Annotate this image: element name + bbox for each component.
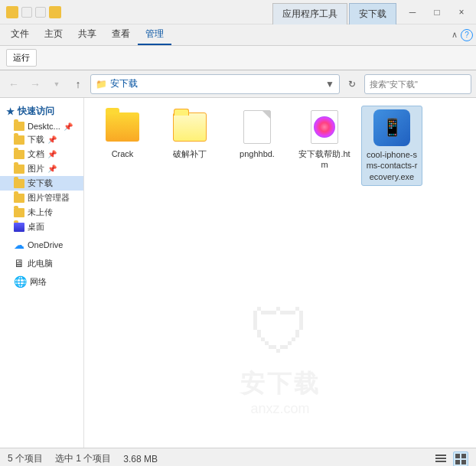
title-bar-left — [0, 6, 272, 18]
file-icon-exe — [373, 109, 410, 146]
sidebar-section-network: 🌐 网络 — [0, 274, 83, 289]
sidebar-header-quick-access[interactable]: ★ 快速访问 — [0, 103, 83, 120]
sidebar-item-onedrive[interactable]: ☁ OneDrive — [0, 237, 83, 253]
save-icon — [21, 7, 32, 18]
file-item-crack[interactable]: Crack — [92, 106, 153, 186]
minimize-button[interactable]: ─ — [401, 5, 424, 20]
exe-shape — [373, 109, 410, 146]
svg-rect-4 — [461, 454, 466, 458]
sidebar-item-desktop2[interactable]: 桌面 — [0, 220, 83, 234]
ribbon-tab-file[interactable]: 文件 — [3, 24, 37, 45]
file-grid: Crack 破解补丁 pnghhbd. — [92, 106, 468, 186]
network-icon: 🌐 — [14, 275, 27, 288]
file-item-patch[interactable]: 破解补丁 — [159, 106, 220, 186]
computer-icon: 🖥 — [14, 257, 24, 269]
file-label-htm: 安下载帮助.htm — [297, 148, 352, 171]
file-icon-pnghhbd — [239, 109, 275, 145]
sidebar-item-downloads[interactable]: 下载 📌 — [0, 132, 83, 147]
sidebar-item-documents[interactable]: 文档 📌 — [0, 147, 83, 161]
sidebar-item-pictures[interactable]: 图片 📌 — [0, 161, 83, 176]
search-input[interactable] — [370, 80, 475, 89]
file-item-pnghhbd[interactable]: pnghhbd. — [227, 106, 288, 186]
window-controls: ─ □ × — [398, 5, 476, 20]
svg-rect-3 — [455, 454, 460, 458]
file-label-patch: 破解补丁 — [173, 148, 207, 159]
undo-icon — [35, 7, 46, 18]
doc-shape — [243, 110, 271, 144]
folder-mini-icon — [49, 6, 61, 18]
search-box[interactable]: 🔍 — [364, 74, 471, 94]
file-icon-crack — [104, 109, 141, 145]
svg-rect-5 — [455, 460, 460, 464]
help-button[interactable]: ? — [461, 29, 473, 41]
status-size: 3.68 MB — [123, 454, 158, 464]
address-dropdown-btn[interactable]: ▼ — [325, 79, 334, 90]
svg-rect-2 — [435, 461, 446, 462]
ribbon-tab-manage[interactable]: 管理 — [138, 24, 171, 45]
pin-icon: 📌 — [47, 165, 57, 173]
ribbon-tab-view[interactable]: 查看 — [104, 24, 138, 45]
nav-back-button[interactable]: ← — [5, 75, 23, 93]
htm-icon-inner — [314, 116, 335, 138]
ribbon-tabs-row: 应用程序工具 安下载 — [272, 0, 398, 24]
close-button[interactable]: × — [450, 5, 473, 20]
view-icons-btn[interactable] — [453, 451, 468, 467]
ribbon-action-btn[interactable]: 运行 — [6, 49, 37, 67]
file-icon-htm — [306, 109, 343, 145]
svg-rect-6 — [461, 460, 466, 464]
sidebar-section-thispc: 🖥 此电脑 — [0, 256, 83, 271]
tab-application-tools[interactable]: 应用程序工具 — [272, 3, 347, 24]
folder-icon — [14, 165, 24, 174]
ribbon-section: 运行 — [6, 49, 37, 67]
folder-icon — [14, 194, 24, 203]
ribbon-tab-share[interactable]: 共享 — [70, 24, 104, 45]
htm-shape — [311, 110, 338, 144]
cloud-icon: ☁ — [14, 239, 24, 251]
svg-rect-1 — [435, 458, 446, 459]
ribbon-tab-home[interactable]: 主页 — [37, 24, 70, 45]
address-crumb-download[interactable]: 安下载 — [110, 77, 138, 90]
file-item-htm[interactable]: 安下载帮助.htm — [294, 106, 355, 186]
file-icon-patch — [171, 109, 208, 145]
status-count: 5 个项目 — [8, 452, 43, 465]
nav-forward-button[interactable]: → — [26, 75, 44, 93]
file-label-exe: cool-iphone-sms-contacts-recovery.exe — [365, 149, 419, 182]
folder-icon — [6, 6, 18, 18]
sidebar-item-unuploaded[interactable]: 未上传 — [0, 205, 83, 220]
file-label-pnghhbd: pnghhbd. — [240, 148, 275, 159]
sidebar-item-thispc[interactable]: 🖥 此电脑 — [0, 256, 83, 271]
file-label-crack: Crack — [112, 148, 134, 159]
pin-icon: 📌 — [64, 122, 73, 131]
address-path[interactable]: 📁 安下载 ▼ — [90, 74, 340, 94]
folder-shape — [106, 112, 139, 142]
nav-recent-button[interactable]: ▼ — [47, 75, 66, 93]
file-item-exe[interactable]: cool-iphone-sms-contacts-recovery.exe — [361, 106, 422, 186]
ribbon-collapse-btn[interactable]: ∧ — [452, 30, 458, 40]
sidebar-section-onedrive: ☁ OneDrive — [0, 237, 83, 253]
sidebar-section-quick-access: ★ 快速访问 Desktc... 📌 下载 📌 文档 📌 图片 � — [0, 103, 83, 234]
tab-download[interactable]: 安下载 — [349, 3, 396, 24]
sidebar-item-pic-manager[interactable]: 图片管理器 — [0, 191, 83, 205]
watermark: 🛡 安下载 anxz.com — [240, 297, 321, 417]
watermark-text: 安下载 — [240, 367, 321, 401]
svg-rect-0 — [435, 455, 446, 456]
sidebar-item-desktop[interactable]: Desktc... 📌 — [0, 120, 83, 132]
pin-icon: 📌 — [47, 135, 57, 144]
maximize-button[interactable]: □ — [425, 5, 448, 20]
sidebar-item-anxiazai[interactable]: 安下载 — [0, 176, 83, 191]
desktop-icon — [14, 223, 24, 232]
folder-path-icon: 📁 — [96, 79, 107, 90]
folder-icon — [14, 179, 24, 188]
view-details-btn[interactable] — [433, 451, 448, 467]
nav-up-button[interactable]: ↑ — [69, 75, 87, 93]
ribbon-content: 运行 — [0, 45, 476, 70]
watermark-sub: anxz.com — [250, 401, 309, 417]
status-right — [433, 451, 468, 467]
sidebar-item-network[interactable]: 🌐 网络 — [0, 274, 83, 289]
status-selected: 选中 1 个项目 — [55, 452, 111, 465]
folder-icon — [14, 208, 24, 217]
sidebar: ★ 快速访问 Desktc... 📌 下载 📌 文档 📌 图片 � — [0, 98, 84, 448]
refresh-button[interactable]: ↻ — [343, 75, 361, 93]
content-area: 🛡 安下载 anxz.com Crack 破解补丁 — [84, 98, 476, 448]
title-bar: 应用程序工具 安下载 ─ □ × — [0, 0, 476, 24]
